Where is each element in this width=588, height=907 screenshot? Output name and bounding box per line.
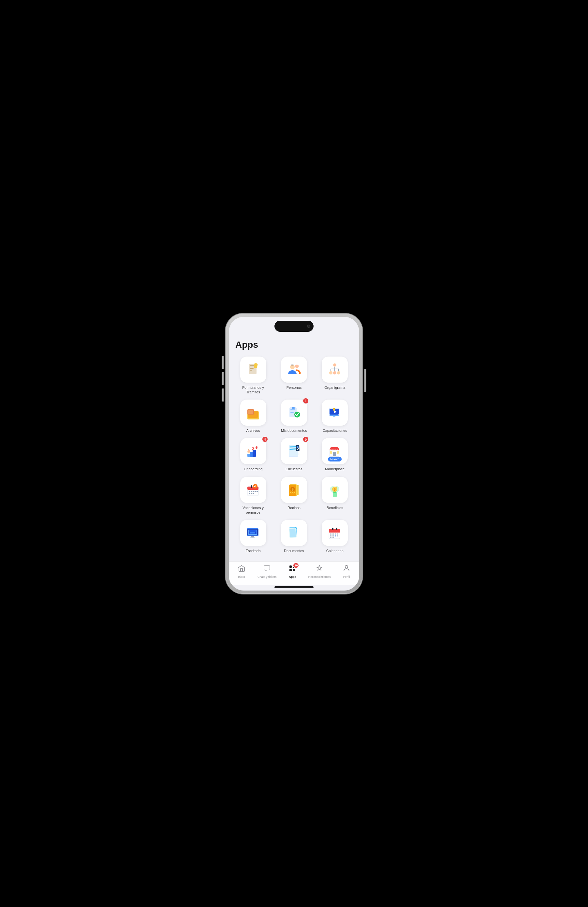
svg-rect-99: [330, 534, 332, 535]
svg-text:$: $: [292, 487, 294, 491]
svg-rect-28: [290, 412, 294, 413]
tab-item-reconocimientos[interactable]: Reconocimientos: [308, 564, 331, 578]
svg-rect-110: [290, 566, 292, 568]
app-item-beneficios[interactable]: $ Beneficios: [317, 477, 352, 515]
svg-rect-112: [290, 569, 292, 571]
page-title: Apps: [236, 337, 352, 350]
svg-point-15: [337, 371, 340, 375]
app-item-recibos[interactable]: $ Recibos: [276, 477, 312, 515]
svg-rect-62: [249, 491, 250, 492]
tab-icon-wrap-inicio: [238, 564, 245, 574]
app-label-formularios: Formularios y Trámites: [242, 385, 264, 395]
app-item-calendario[interactable]: Calendario: [317, 520, 352, 553]
app-item-capacitaciones[interactable]: Capacitaciones: [317, 399, 352, 433]
app-label-marketplace: Marketplace: [325, 467, 344, 471]
svg-rect-87: [250, 532, 255, 534]
app-icon-misdocumentos: [281, 399, 307, 426]
svg-rect-100: [332, 534, 334, 535]
app-icon-capacitaciones: [322, 399, 348, 426]
svg-rect-55: [330, 451, 332, 454]
app-new-badge-marketplace: Nuevo: [328, 457, 342, 462]
home-indicator: [274, 586, 314, 588]
tab-badge-apps: 10: [293, 563, 299, 568]
tab-label-apps: Apps: [289, 575, 296, 578]
tab-icon-reconocimientos: [316, 564, 323, 574]
tab-label-reconocimientos: Reconocimientos: [308, 575, 331, 578]
svg-rect-108: [332, 537, 334, 538]
app-icon-encuestas: [281, 438, 307, 464]
app-label-calendario: Calendario: [326, 548, 344, 553]
svg-rect-93: [290, 529, 296, 537]
tab-label-perfil: Perfil: [343, 575, 350, 578]
app-icon-wrapper-formularios: [240, 357, 266, 383]
svg-rect-98: [336, 528, 337, 530]
app-icon-wrapper-escritorio: [240, 520, 266, 546]
app-icon-wrapper-organigrama: [322, 357, 348, 383]
svg-point-13: [329, 371, 332, 375]
app-icon-wrapper-beneficios: $: [322, 477, 348, 503]
app-label-beneficios: Beneficios: [327, 505, 343, 510]
svg-point-9: [295, 364, 298, 368]
app-item-organigrama[interactable]: Organigrama: [317, 357, 352, 395]
app-icon-escritorio: [240, 520, 266, 546]
app-item-archivos[interactable]: Archivos: [236, 399, 271, 433]
app-icon-formularios: [240, 357, 266, 383]
app-icon-wrapper-misdocumentos: 1: [281, 399, 307, 426]
app-icon-wrapper-onboarding: 4: [240, 438, 266, 464]
app-icon-wrapper-recibos: $: [281, 477, 307, 503]
app-item-vacaciones[interactable]: Vacaciones y permisos: [236, 477, 271, 515]
app-item-misdocumentos[interactable]: 1Mis documentos: [276, 399, 312, 433]
dynamic-island: [274, 321, 314, 332]
app-badge-misdocumentos: 1: [303, 397, 309, 404]
app-item-documentos2[interactable]: Documentos: [276, 520, 312, 553]
tab-item-apps[interactable]: 10Apps: [283, 564, 302, 578]
svg-rect-64: [253, 491, 254, 492]
app-item-onboarding[interactable]: 4Onboarding: [236, 438, 271, 471]
app-label-organigrama: Organigrama: [324, 385, 345, 390]
app-icon-wrapper-marketplace: Nuevo: [322, 438, 348, 464]
svg-rect-67: [249, 493, 250, 494]
svg-rect-24: [248, 410, 253, 414]
app-item-personas[interactable]: Personas: [276, 357, 312, 395]
svg-point-12: [333, 364, 336, 366]
tab-item-inicio[interactable]: Inicio: [232, 564, 251, 578]
phone-screen: Apps Formularios y Trámites Personas: [229, 317, 359, 591]
app-icon-personas: [281, 357, 307, 383]
app-item-encuestas[interactable]: 5Encuestas: [276, 438, 312, 471]
app-label-documentos2: Documentos: [284, 548, 304, 553]
app-label-encuestas: Encuestas: [285, 467, 302, 471]
svg-rect-4: [250, 370, 252, 370]
app-icon-calendario: [322, 520, 348, 546]
app-item-marketplace[interactable]: NuevoMarketplace: [317, 438, 352, 471]
app-item-formularios[interactable]: Formularios y Trámites: [236, 357, 271, 395]
app-icon-recibos: $: [281, 477, 307, 503]
svg-rect-107: [330, 537, 332, 538]
app-icon-wrapper-documentos2: [281, 520, 307, 546]
app-label-vacaciones: Vacaciones y permisos: [242, 505, 264, 515]
svg-rect-104: [332, 535, 334, 537]
tab-icon-wrap-apps: 10: [288, 564, 296, 574]
app-label-misdocumentos: Mis documentos: [281, 428, 307, 433]
svg-rect-97: [332, 528, 333, 530]
tab-label-chats: Chats y tickets: [258, 575, 277, 578]
svg-rect-27: [290, 411, 295, 411]
svg-rect-109: [264, 566, 270, 570]
svg-rect-63: [251, 491, 252, 492]
app-icon-beneficios: $: [322, 477, 348, 503]
svg-point-42: [256, 447, 258, 449]
apps-grid: Formularios y Trámites Personas Organigr…: [236, 357, 352, 560]
camera-dot: [307, 325, 310, 328]
svg-rect-69: [253, 493, 254, 494]
app-icon-vacaciones: [240, 477, 266, 503]
app-label-escritorio: Escritorio: [246, 548, 261, 553]
app-item-escritorio[interactable]: Escritorio: [236, 520, 271, 553]
tab-label-inicio: Inicio: [238, 575, 245, 578]
app-badge-onboarding: 4: [262, 436, 268, 442]
svg-rect-101: [335, 534, 336, 535]
svg-rect-103: [330, 535, 332, 537]
app-icon-wrapper-archivos: [240, 399, 266, 426]
svg-rect-56: [337, 451, 339, 454]
tab-item-perfil[interactable]: Perfil: [337, 564, 356, 578]
tab-item-chats[interactable]: Chats y tickets: [257, 564, 277, 578]
tab-icon-wrap-perfil: [343, 564, 350, 574]
